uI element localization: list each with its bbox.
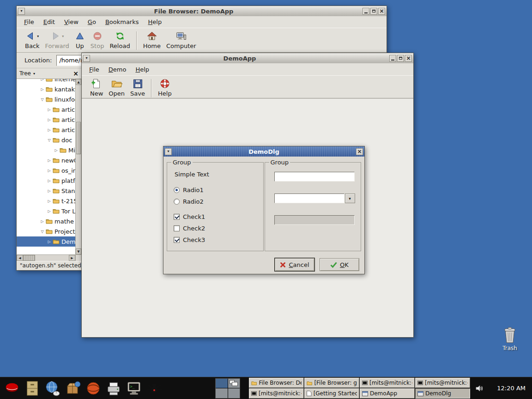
scroll-up-icon[interactable]: ▲ xyxy=(76,79,81,85)
expand-arrow-icon[interactable]: ▷ xyxy=(46,189,52,193)
web-browser-launcher[interactable] xyxy=(42,378,63,399)
expand-arrow-icon[interactable]: ▷ xyxy=(39,219,45,224)
menu-item-edit[interactable]: Edit xyxy=(39,17,60,27)
spider-launcher[interactable] xyxy=(144,378,164,399)
checkbox-icon[interactable] xyxy=(174,214,180,220)
workspace-cell[interactable] xyxy=(216,388,228,398)
red-hat-menu-button[interactable] xyxy=(2,378,22,399)
save-button[interactable]: Save xyxy=(127,78,148,97)
file-browser-titlebar[interactable]: ▾ File Browser: DemoApp × xyxy=(17,6,387,16)
tree-item-kantakta[interactable]: ▷kantakta xyxy=(17,84,75,94)
scrollbar-thumb[interactable] xyxy=(23,255,35,261)
workspace-cell[interactable] xyxy=(228,388,240,398)
forward-button[interactable]: ▾ Forward xyxy=(42,30,72,50)
taskbar-window-button[interactable]: [mits@mitnick:~ xyxy=(249,388,304,399)
radio-button-icon[interactable] xyxy=(174,199,180,205)
desktop[interactable]: ▾ File Browser: DemoApp × FileEditViewGo… xyxy=(0,0,532,399)
expand-arrow-icon[interactable]: ▷ xyxy=(46,240,52,244)
radio-row-radio1[interactable]: Radio1 xyxy=(174,187,260,193)
tree-item-article[interactable]: ▷article xyxy=(17,125,75,135)
expand-arrow-icon[interactable]: ▷ xyxy=(46,158,52,163)
taskbar-window-button[interactable]: DemoDlg xyxy=(415,388,470,399)
new-button[interactable]: New xyxy=(87,78,106,97)
collapse-arrow-icon[interactable]: ▽ xyxy=(39,230,45,234)
scrollbar-trough[interactable] xyxy=(76,85,81,248)
minimize-button[interactable] xyxy=(363,8,369,15)
expand-arrow-icon[interactable]: ▷ xyxy=(46,128,52,132)
expand-arrow-icon[interactable]: ▷ xyxy=(46,199,52,203)
mozilla-launcher[interactable] xyxy=(83,378,103,399)
help-button[interactable]: Help xyxy=(155,78,175,97)
scroll-right-icon[interactable]: ▶ xyxy=(69,255,75,261)
demoapp-titlebar[interactable]: ▾ DemoApp × xyxy=(82,53,413,63)
terminal-launcher[interactable]: >_ xyxy=(124,378,144,399)
up-button[interactable]: Up xyxy=(72,30,88,50)
reload-button[interactable]: Reload xyxy=(107,30,133,50)
menu-item-file[interactable]: File xyxy=(85,65,104,74)
expand-arrow-icon[interactable]: ▷ xyxy=(53,148,59,152)
checkbox-icon[interactable] xyxy=(174,225,180,231)
tree-item-article[interactable]: ▷article xyxy=(17,104,75,115)
close-button[interactable]: × xyxy=(356,148,363,155)
tree-item-linuxfocu[interactable]: ▽linuxfocu xyxy=(17,94,75,104)
radio-button-icon[interactable] xyxy=(174,187,180,193)
tree-item-standa[interactable]: ▷Standa xyxy=(17,186,75,196)
window-menu-button[interactable]: ▾ xyxy=(18,8,25,15)
menu-item-bookmarks[interactable]: Bookmarks xyxy=(101,17,144,27)
combo-entry[interactable] xyxy=(274,193,345,203)
tree-item-os_inc[interactable]: ▷os_inc xyxy=(17,165,75,175)
tree-item-article[interactable]: ▷article xyxy=(17,115,75,125)
sidebar-close-icon[interactable]: × xyxy=(73,70,79,77)
collapse-arrow-icon[interactable]: ▽ xyxy=(39,97,45,102)
menu-item-view[interactable]: View xyxy=(60,17,83,27)
back-button[interactable]: ▾ Back xyxy=(22,30,42,50)
stop-button[interactable]: Stop xyxy=(88,30,107,50)
forward-dropdown-icon[interactable]: ▾ xyxy=(62,34,64,38)
tree-item-t-2155[interactable]: ▷t-2155 xyxy=(17,196,75,206)
workspace-cell[interactable] xyxy=(228,379,240,388)
open-button[interactable]: Open xyxy=(106,78,127,97)
expand-arrow-icon[interactable]: ▷ xyxy=(46,108,52,112)
volume-control[interactable] xyxy=(476,385,484,392)
scrollbar-trough[interactable] xyxy=(35,255,69,261)
sidebar-panel-selector[interactable]: Tree xyxy=(19,70,31,77)
expand-arrow-icon[interactable]: ▷ xyxy=(46,169,52,173)
ok-button[interactable]: OK xyxy=(320,258,359,271)
scroll-down-icon[interactable]: ▼ xyxy=(76,248,81,254)
checkbox-row-check1[interactable]: Check1 xyxy=(174,213,260,220)
expand-arrow-icon[interactable]: ▷ xyxy=(39,87,45,91)
tree-item-internet[interactable]: ▷internet xyxy=(17,79,75,84)
printer-launcher[interactable] xyxy=(103,378,124,399)
checkbox-row-check3[interactable]: Check3 xyxy=(174,236,260,243)
vertical-scrollbar[interactable]: ▲ ▼ xyxy=(75,79,81,254)
expand-arrow-icon[interactable]: ▷ xyxy=(39,79,45,81)
checkbox-icon[interactable] xyxy=(174,237,180,243)
maximize-button[interactable] xyxy=(397,55,404,62)
menu-item-demo[interactable]: Demo xyxy=(104,65,131,74)
demodlg-titlebar[interactable]: ▾ DemoDlg × xyxy=(163,146,364,157)
close-button[interactable]: × xyxy=(378,8,385,15)
minimize-button[interactable] xyxy=(389,55,396,62)
workspace-cell[interactable] xyxy=(216,379,228,388)
menu-item-help[interactable]: Help xyxy=(144,17,167,27)
taskbar-window-button[interactable]: [mits@mitnick:~ xyxy=(415,378,470,388)
checkbox-row-check2[interactable]: Check2 xyxy=(174,225,260,232)
tree-item-projects[interactable]: ▽Projects xyxy=(17,226,75,236)
expand-arrow-icon[interactable]: ▷ xyxy=(46,209,52,213)
maximize-button[interactable] xyxy=(370,8,377,15)
scrollbar-thumb[interactable] xyxy=(76,122,81,154)
computer-button[interactable]: Computer xyxy=(163,30,199,50)
text-entry[interactable] xyxy=(274,172,355,181)
scroll-left-icon[interactable]: ◀ xyxy=(17,255,23,261)
tree-item-doc[interactable]: ▽doc xyxy=(17,135,75,145)
tree-item-mathe[interactable]: ▷mathe xyxy=(17,216,75,226)
taskbar-window-button[interactable]: [mits@mitnick:~ xyxy=(360,378,415,388)
tree-item-demo[interactable]: ▷Demo xyxy=(17,236,75,247)
back-dropdown-icon[interactable]: ▾ xyxy=(37,34,39,38)
taskbar-window-button[interactable]: File Browser: De xyxy=(249,378,304,388)
collapse-arrow-icon[interactable]: ▽ xyxy=(46,138,52,142)
expand-arrow-icon[interactable]: ▷ xyxy=(46,118,52,122)
taskbar-window-button[interactable]: [File Browser: gt xyxy=(304,378,359,388)
tree-item-mic[interactable]: ▷Mic xyxy=(17,145,75,155)
file-cabinet-launcher[interactable] xyxy=(22,378,42,399)
